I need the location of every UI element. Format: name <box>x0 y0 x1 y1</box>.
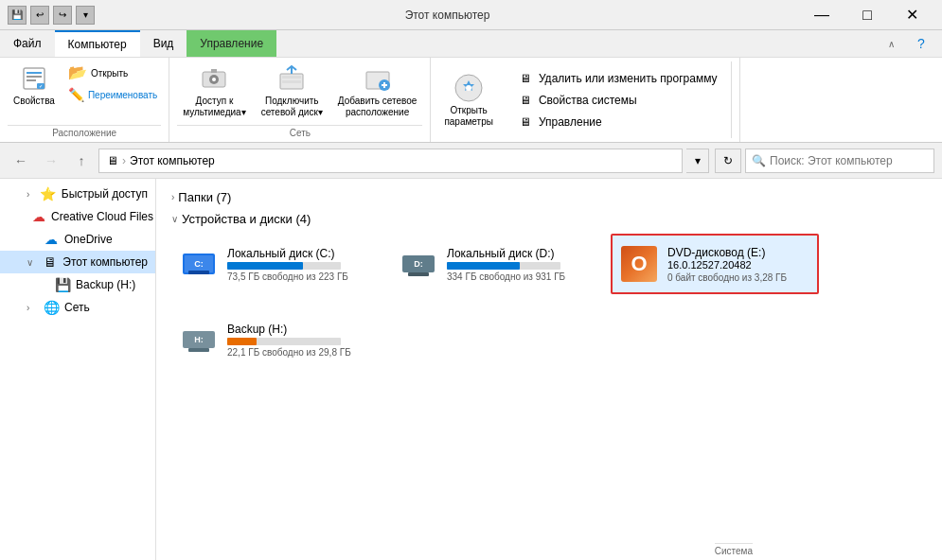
refresh-button[interactable]: ↻ <box>715 149 741 173</box>
sidebar-item-onedrive[interactable]: ☁ OneDrive <box>0 228 155 251</box>
rename-button[interactable]: ✏️ Переименовать <box>64 85 161 104</box>
drive-e-name: DVD-дисковод (E:) 16.0.12527.20482 <box>667 246 809 271</box>
system-group-label: Система <box>715 543 753 556</box>
devices-section-header[interactable]: ∨ Устройства и диски (4) <box>171 212 927 226</box>
tab-computer[interactable]: Компьютер <box>55 30 140 57</box>
folders-section-header[interactable]: › Папки (7) <box>171 190 927 204</box>
open-params-button[interactable]: Открытьпараметры <box>438 71 499 130</box>
map-drive-label: Подключитьсетевой диск▾ <box>261 96 323 118</box>
location-group-label: Расположение <box>8 125 161 138</box>
search-input[interactable] <box>770 154 928 167</box>
search-icon: 🔍 <box>752 154 766 167</box>
help-button[interactable]: ? <box>908 30 934 57</box>
drive-d-info: Локальный диск (D:) 334 ГБ свободно из 9… <box>447 247 591 282</box>
ribbon-group-location: ✓ Свойства 📂 Открыть ✏️ Переименовать <box>0 58 169 142</box>
rename-label: Переименовать <box>88 90 157 101</box>
sidebar-item-network[interactable]: › 🌐 Сеть <box>0 296 155 319</box>
svg-rect-22 <box>188 271 209 274</box>
map-drive-icon <box>276 63 307 94</box>
up-button[interactable]: ↑ <box>68 148 95 174</box>
ribbon-collapse-btn[interactable]: ∧ <box>878 30 904 57</box>
address-path[interactable]: 🖥 › Этот компьютер <box>98 149 683 173</box>
backuph-icon: 💾 <box>55 277 70 292</box>
drive-e-icon: O <box>620 245 658 283</box>
back-button[interactable]: ← <box>8 148 34 174</box>
svg-rect-1 <box>27 72 42 74</box>
close-button[interactable]: ✕ <box>891 0 934 30</box>
redo-qat-btn[interactable]: ↪ <box>53 6 72 25</box>
drive-e-item[interactable]: O DVD-дисковод (E:) 16.0.12527.20482 0 б… <box>611 234 819 294</box>
svg-point-8 <box>212 78 216 81</box>
sys-props-icon: 🖥 <box>518 93 533 108</box>
manage-item[interactable]: 🖥 Управление <box>514 113 721 131</box>
drive-c-name: Локальный диск (C:) <box>227 247 371 260</box>
svg-text:C:: C: <box>194 259 204 269</box>
folders-arrow-icon: › <box>171 192 174 202</box>
drive-h-name: Backup (H:) <box>227 323 371 336</box>
properties-label: Свойства <box>13 96 55 107</box>
forward-button[interactable]: → <box>38 148 64 174</box>
map-drive-button[interactable]: Подключитьсетевой диск▾ <box>256 61 329 120</box>
drive-c-free: 73,5 ГБ свободно из 223 ГБ <box>227 271 371 282</box>
media-label: Доступ кмультимедиа▾ <box>183 96 245 118</box>
sys-props-item[interactable]: 🖥 Свойства системы <box>514 91 721 110</box>
drive-d-icon: D: <box>400 245 437 283</box>
sidebar-item-quickaccess[interactable]: › ⭐ Быстрый доступ <box>0 183 155 205</box>
maximize-button[interactable]: □ <box>845 0 889 30</box>
qat-dropdown[interactable]: ▾ <box>76 6 95 25</box>
ribbon-content: ✓ Свойства 📂 Открыть ✏️ Переименовать <box>0 57 942 142</box>
drive-h-info: Backup (H:) 22,1 ГБ свободно из 29,8 ГБ <box>227 323 371 358</box>
search-box: 🔍 <box>745 149 934 173</box>
window-title: Этот компьютер <box>405 9 490 22</box>
tab-view[interactable]: Вид <box>140 30 187 57</box>
drive-h-bar-bg <box>227 338 341 345</box>
svg-text:D:: D: <box>414 259 423 269</box>
drive-d-free: 334 ГБ свободно из 931 ГБ <box>447 271 591 282</box>
quickaccess-expand-icon: › <box>27 189 35 200</box>
svg-rect-28 <box>188 348 209 352</box>
tab-manage[interactable]: Управление <box>187 30 276 57</box>
ribbon-group-network-items: Доступ кмультимедиа▾ Подключитьсетевой д… <box>177 61 422 125</box>
drive-d-name: Локальный диск (D:) <box>447 247 591 260</box>
path-pc-icon: 🖥 <box>107 154 118 167</box>
address-dropdown[interactable]: ▾ <box>686 149 709 173</box>
content-area: › Папки (7) ∨ Устройства и диски (4) C: <box>156 179 942 560</box>
open-button[interactable]: 📂 Открыть <box>64 61 161 83</box>
onedrive-icon: ☁ <box>44 232 59 247</box>
settings-icon <box>453 73 484 103</box>
properties-button[interactable]: ✓ Свойства <box>8 61 61 109</box>
main-area: › ⭐ Быстрый доступ ☁ Creative Cloud File… <box>0 179 942 560</box>
sidebar-item-backuph[interactable]: 💾 Backup (H:) <box>0 273 155 296</box>
drive-c-item[interactable]: C: Локальный диск (C:) 73,5 ГБ свободно … <box>171 234 380 294</box>
address-bar: ← → ↑ 🖥 › Этот компьютер ▾ ↻ 🔍 <box>0 143 942 179</box>
sidebar: › ⭐ Быстрый доступ ☁ Creative Cloud File… <box>0 179 156 560</box>
drive-h-item[interactable]: H: Backup (H:) 22,1 ГБ свободно из 29,8 … <box>171 309 380 370</box>
ribbon-group-location-items: ✓ Свойства 📂 Открыть ✏️ Переименовать <box>8 61 161 125</box>
sidebar-item-creativecloud[interactable]: ☁ Creative Cloud Files <box>0 205 155 228</box>
media-access-button[interactable]: Доступ кмультимедиа▾ <box>177 61 251 120</box>
svg-text:✓: ✓ <box>39 83 43 89</box>
drive-h-bar <box>227 338 257 345</box>
add-network-button[interactable]: Добавить сетевоерасположение <box>332 61 423 120</box>
add-network-icon <box>363 63 393 94</box>
network-expand-icon: › <box>27 303 38 313</box>
svg-text:H:: H: <box>194 335 204 344</box>
network-icon: 🌐 <box>44 300 59 315</box>
thispc-expand-icon: ∨ <box>27 257 37 268</box>
undo-qat-btn[interactable]: ↩ <box>30 6 49 25</box>
open-params-label: Открытьпараметры <box>444 105 493 128</box>
svg-rect-11 <box>282 76 301 79</box>
minimize-button[interactable]: — <box>800 0 844 30</box>
save-qat-btn[interactable]: 💾 <box>8 6 27 25</box>
network-group-label: Сеть <box>177 125 422 138</box>
ribbon-tabs: Файл Компьютер Вид Управление ∧ ? <box>0 30 942 57</box>
tab-file[interactable]: Файл <box>0 30 55 57</box>
window-controls: — □ ✕ <box>800 0 934 30</box>
remove-program-item[interactable]: 🖥 Удалить или изменить программу <box>514 69 721 88</box>
drive-c-bar-bg <box>227 262 341 270</box>
cc-icon: ☁ <box>32 209 45 224</box>
svg-rect-2 <box>27 76 42 78</box>
drive-d-item[interactable]: D: Локальный диск (D:) 334 ГБ свободно и… <box>391 234 599 294</box>
drive-h-free: 22,1 ГБ свободно из 29,8 ГБ <box>227 347 371 358</box>
sidebar-item-thispc[interactable]: ∨ 🖥 Этот компьютер <box>0 251 155 273</box>
